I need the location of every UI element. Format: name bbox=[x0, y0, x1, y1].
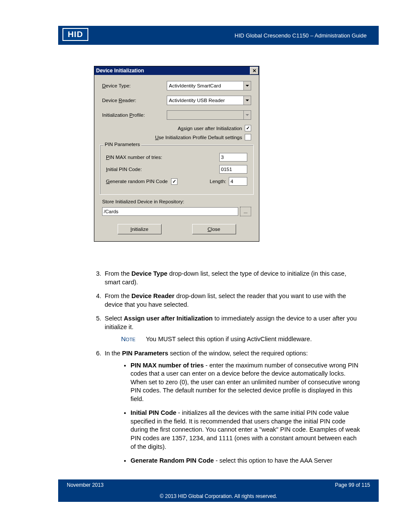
pin-params-legend: PIN Parameters bbox=[103, 142, 141, 147]
page-footer-top: November 2013 Page 99 of 115 bbox=[58, 479, 379, 491]
close-icon[interactable]: ✕ bbox=[250, 67, 258, 75]
chevron-down-icon[interactable] bbox=[243, 96, 251, 105]
list-item: Generate Random PIN Code - select this o… bbox=[131, 457, 361, 465]
length-input[interactable]: 4 bbox=[229, 177, 247, 186]
footer-page: Page 99 of 115 bbox=[335, 482, 370, 488]
chevron-down-icon bbox=[243, 111, 251, 119]
list-item: Initial PIN Code - initializes all the d… bbox=[131, 409, 361, 451]
footer-date: November 2013 bbox=[67, 482, 103, 488]
device-reader-combo[interactable]: ActivIdentity USB Reader bbox=[167, 96, 251, 105]
device-init-dialog: Device Initialization ✕ Device Type: Act… bbox=[94, 66, 259, 242]
use-defaults-label: Use Initialization Profile Default setti… bbox=[155, 135, 242, 140]
device-reader-label: Device Reader: bbox=[102, 98, 167, 103]
dialog-titlebar: Device Initialization ✕ bbox=[94, 66, 259, 75]
init-profile-label: Initialization Profile: bbox=[102, 112, 167, 118]
length-label: Length: bbox=[210, 179, 226, 184]
store-label: Store Initialized Device in Repository: bbox=[102, 199, 251, 204]
page-footer-bottom: © 2013 HID Global Corporation. All right… bbox=[58, 491, 379, 502]
use-defaults-checkbox[interactable] bbox=[245, 134, 251, 140]
device-reader-value: ActivIdentity USB Reader bbox=[167, 98, 225, 103]
assign-user-checkbox[interactable]: ✓ bbox=[245, 125, 251, 131]
initial-pin-input[interactable]: 0151 bbox=[219, 165, 247, 174]
list-item: PIN MAX number of tries - enter the maxi… bbox=[131, 361, 361, 404]
init-profile-combo bbox=[167, 110, 251, 120]
document-page: HID Global Crescendo C1150 – Administrat… bbox=[0, 0, 411, 532]
footer-copyright: © 2013 HID Global Corporation. All right… bbox=[160, 493, 277, 499]
initial-pin-label: Initial PIN Code: bbox=[106, 167, 219, 172]
dialog-body: Device Type: ActivIdentity SmartCard Dev… bbox=[94, 75, 259, 241]
assign-user-label: Assign user after Initialization bbox=[177, 126, 242, 131]
note-text: You MUST select this option if using Act… bbox=[146, 336, 311, 342]
list-item: Select Assign user after Initialization … bbox=[103, 314, 361, 344]
pin-parameters-group: PIN Parameters PIN MAX number of tries: … bbox=[100, 145, 254, 195]
note-block: NoteYou MUST select this option if using… bbox=[121, 335, 361, 344]
device-type-value: ActivIdentity SmartCard bbox=[167, 83, 221, 88]
list-item: From the Device Type drop-down list, sel… bbox=[103, 270, 361, 286]
device-type-label: Device Type: bbox=[102, 83, 167, 88]
close-button[interactable]: Close bbox=[192, 224, 236, 234]
device-type-combo[interactable]: ActivIdentity SmartCard bbox=[167, 81, 251, 90]
initialize-button[interactable]: Initialize bbox=[118, 224, 162, 234]
list-item: In the PIN Parameters section of the win… bbox=[103, 349, 361, 465]
pin-max-label: PIN MAX number of tries: bbox=[106, 155, 219, 160]
chevron-down-icon[interactable] bbox=[243, 81, 251, 90]
store-path-input[interactable]: /Cards bbox=[102, 207, 238, 216]
gen-random-checkbox[interactable]: ✓ bbox=[171, 178, 177, 185]
doc-title: HID Global Crescendo C1150 – Administrat… bbox=[235, 32, 367, 39]
pin-max-input[interactable]: 3 bbox=[219, 153, 247, 162]
browse-button[interactable]: ... bbox=[240, 207, 251, 216]
hid-logo: HID bbox=[62, 28, 88, 41]
page-header: HID Global Crescendo C1150 – Administrat… bbox=[58, 26, 379, 45]
gen-random-label: Generate random PIN Code bbox=[106, 179, 168, 184]
document-content: From the Device Type drop-down list, sel… bbox=[88, 267, 361, 471]
dialog-title: Device Initialization bbox=[96, 68, 144, 74]
note-label: Note bbox=[121, 335, 135, 342]
list-item: From the Device Reader drop-down list, s… bbox=[103, 292, 361, 309]
